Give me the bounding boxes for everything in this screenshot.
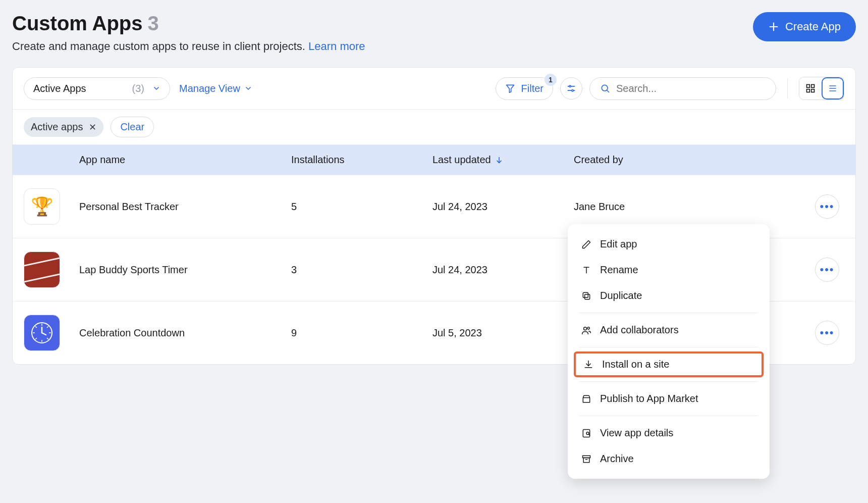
svg-point-6	[572, 90, 573, 91]
cell-app-name: Personal Best Tracker	[79, 201, 291, 213]
cell-app-name: Lap Buddy Sports Timer	[79, 264, 291, 276]
cell-app-name: Celebration Countdown	[79, 327, 291, 339]
menu-label: Edit app	[600, 238, 637, 250]
cell-installations: 5	[291, 201, 432, 213]
svg-rect-9	[807, 85, 810, 88]
clear-filters-button[interactable]: Clear	[111, 117, 154, 137]
filter-chips-row: Active apps ✕ Clear	[13, 110, 855, 145]
col-app-name[interactable]: App name	[79, 154, 291, 166]
svg-point-4	[569, 85, 571, 87]
view-select-label: Active Apps	[33, 83, 86, 94]
svg-marker-2	[506, 85, 514, 92]
page-title: Custom Apps	[12, 12, 143, 35]
pencil-icon	[581, 239, 592, 250]
text-icon	[581, 265, 592, 276]
manage-view-link[interactable]: Manage View	[177, 80, 254, 97]
view-select-count: (3)	[132, 83, 144, 94]
page-header: Custom Apps 3 Create and manage custom a…	[12, 12, 856, 53]
row-more-button[interactable]: •••	[815, 258, 839, 282]
filter-chip-active[interactable]: Active apps ✕	[24, 117, 103, 137]
app-icon-trophy: 🏆	[24, 188, 60, 225]
row-more-button[interactable]: •••	[815, 194, 839, 219]
search-icon	[600, 83, 610, 93]
list-view-button[interactable]	[822, 77, 844, 99]
page-subtitle: Create and manage custom apps to reuse i…	[12, 40, 365, 53]
cell-last-updated: Jul 5, 2023	[432, 327, 574, 339]
cell-installations: 9	[291, 327, 432, 339]
filter-button[interactable]: Filter 1	[496, 77, 553, 100]
menu-label: Install on a site	[602, 359, 669, 370]
menu-publish[interactable]: Publish to App Market	[568, 386, 770, 412]
app-icon-track	[24, 251, 60, 288]
page-count: 3	[148, 12, 159, 35]
toolbar-divider	[787, 78, 788, 98]
apps-panel: Active Apps (3) Manage View Filter 1	[12, 67, 856, 365]
manage-view-label: Manage View	[179, 83, 240, 94]
col-installations[interactable]: Installations	[291, 154, 432, 166]
view-select-dropdown[interactable]: Active Apps (3)	[24, 77, 170, 100]
cell-last-updated: Jul 24, 2023	[432, 201, 574, 213]
chevron-down-icon	[152, 84, 160, 92]
menu-edit-app[interactable]: Edit app	[568, 231, 770, 257]
menu-duplicate[interactable]: Duplicate	[568, 283, 770, 309]
menu-divider	[579, 416, 758, 416]
create-app-label: Create App	[785, 20, 841, 33]
svg-rect-31	[583, 292, 588, 297]
chip-label: Active apps	[31, 121, 83, 133]
filter-label: Filter	[521, 83, 544, 94]
cell-created-by: Jane Bruce	[574, 201, 784, 213]
store-icon	[581, 393, 592, 405]
plus-icon	[768, 21, 779, 32]
archive-icon	[581, 454, 592, 465]
menu-rename[interactable]: Rename	[568, 257, 770, 283]
svg-rect-39	[583, 458, 589, 462]
menu-label: Archive	[600, 453, 634, 465]
duplicate-icon	[581, 290, 592, 301]
learn-more-link[interactable]: Learn more	[308, 40, 365, 53]
menu-divider	[579, 347, 758, 347]
menu-divider	[579, 313, 758, 313]
col-last-updated-label: Last updated	[432, 154, 491, 166]
svg-rect-30	[585, 294, 590, 299]
more-icon: •••	[820, 263, 834, 276]
col-created-by[interactable]: Created by	[574, 154, 784, 166]
row-more-button[interactable]: •••	[815, 321, 839, 345]
more-icon: •••	[820, 326, 834, 339]
svg-rect-11	[807, 89, 810, 92]
settings-button[interactable]	[560, 77, 582, 99]
download-icon	[583, 359, 594, 370]
cell-last-updated: Jul 24, 2023	[432, 264, 574, 276]
menu-install-on-site[interactable]: Install on a site	[574, 351, 764, 377]
svg-rect-12	[811, 89, 815, 92]
details-icon	[581, 428, 592, 439]
menu-archive[interactable]: Archive	[568, 446, 770, 472]
table-header: App name Installations Last updated Crea…	[13, 145, 855, 175]
search-field[interactable]	[589, 77, 776, 100]
menu-label: Duplicate	[600, 290, 642, 301]
row-context-menu: Edit app Rename Duplicate Add collaborat…	[568, 224, 770, 479]
sort-down-icon	[495, 156, 503, 164]
grid-icon	[805, 83, 816, 93]
menu-add-collaborators[interactable]: Add collaborators	[568, 317, 770, 343]
toolbar: Active Apps (3) Manage View Filter 1	[13, 68, 855, 110]
grid-view-button[interactable]	[799, 77, 822, 99]
filter-icon	[505, 83, 515, 93]
menu-label: Rename	[600, 264, 638, 276]
menu-label: View app details	[600, 427, 673, 439]
close-icon[interactable]: ✕	[89, 122, 96, 133]
menu-label: Add collaborators	[600, 324, 679, 336]
menu-view-details[interactable]: View app details	[568, 420, 770, 446]
filter-badge: 1	[545, 74, 557, 86]
svg-rect-10	[811, 85, 815, 88]
subtitle-text: Create and manage custom apps to reuse i…	[12, 40, 305, 53]
search-input[interactable]	[616, 83, 766, 94]
view-toggle	[799, 77, 844, 100]
svg-line-8	[607, 90, 609, 92]
app-icon-clock	[24, 315, 60, 351]
svg-point-33	[587, 327, 589, 329]
more-icon: •••	[820, 200, 834, 213]
col-last-updated[interactable]: Last updated	[432, 154, 574, 166]
svg-point-32	[584, 327, 587, 330]
list-icon	[828, 83, 838, 93]
create-app-button[interactable]: Create App	[753, 12, 856, 41]
